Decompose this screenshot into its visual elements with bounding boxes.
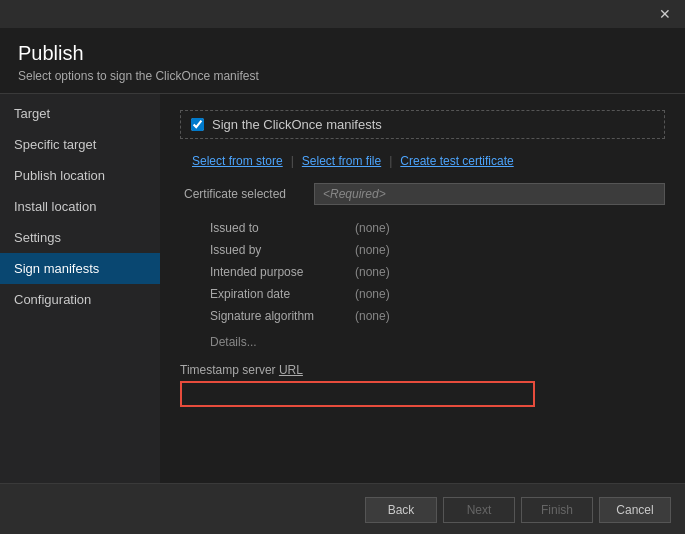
sidebar-item-install-location[interactable]: Install location — [0, 191, 160, 222]
dialog-footer: Back Next Finish Cancel — [0, 483, 685, 534]
sign-manifests-checkbox[interactable] — [191, 118, 204, 131]
back-button[interactable]: Back — [365, 497, 437, 523]
cert-selected-label: Certificate selected — [184, 187, 314, 201]
dialog-body: Target Specific target Publish location … — [0, 94, 685, 483]
select-from-store-button[interactable]: Select from store — [184, 151, 291, 171]
sidebar-item-target[interactable]: Target — [0, 98, 160, 129]
intended-purpose-row: Intended purpose (none) — [210, 265, 665, 279]
create-test-cert-button[interactable]: Create test certificate — [392, 151, 521, 171]
sidebar-item-settings[interactable]: Settings — [0, 222, 160, 253]
issued-to-label: Issued to — [210, 221, 355, 235]
next-button[interactable]: Next — [443, 497, 515, 523]
sidebar: Target Specific target Publish location … — [0, 94, 160, 483]
select-from-file-button[interactable]: Select from file — [294, 151, 389, 171]
url-underline: URL — [279, 363, 303, 377]
sidebar-item-configuration[interactable]: Configuration — [0, 284, 160, 315]
details-link[interactable]: Details... — [180, 335, 665, 349]
issued-by-label: Issued by — [210, 243, 355, 257]
sidebar-item-specific-target[interactable]: Specific target — [0, 129, 160, 160]
issued-by-row: Issued by (none) — [210, 243, 665, 257]
cert-selected-value: <Required> — [314, 183, 665, 205]
cert-buttons: Select from store | Select from file | C… — [180, 151, 665, 171]
main-content: Sign the ClickOnce manifests Select from… — [160, 94, 685, 483]
issued-to-value: (none) — [355, 221, 390, 235]
dialog-header: Publish Select options to sign the Click… — [0, 28, 685, 94]
cert-selected-row: Certificate selected <Required> — [180, 183, 665, 205]
signature-algorithm-value: (none) — [355, 309, 390, 323]
timestamp-server-label: Timestamp server URL — [180, 363, 665, 377]
issued-by-value: (none) — [355, 243, 390, 257]
cancel-button[interactable]: Cancel — [599, 497, 671, 523]
signature-algorithm-row: Signature algorithm (none) — [210, 309, 665, 323]
finish-button[interactable]: Finish — [521, 497, 593, 523]
sidebar-item-sign-manifests[interactable]: Sign manifests — [0, 253, 160, 284]
intended-purpose-value: (none) — [355, 265, 390, 279]
page-title: Publish — [18, 42, 667, 65]
sign-checkbox-row: Sign the ClickOnce manifests — [180, 110, 665, 139]
timestamp-server-input[interactable] — [180, 381, 535, 407]
intended-purpose-label: Intended purpose — [210, 265, 355, 279]
issued-to-row: Issued to (none) — [210, 221, 665, 235]
sign-manifests-label[interactable]: Sign the ClickOnce manifests — [212, 117, 382, 132]
cert-details: Issued to (none) Issued by (none) Intend… — [180, 221, 665, 323]
close-button[interactable]: ✕ — [653, 4, 677, 24]
title-bar: ✕ — [0, 0, 685, 28]
sidebar-item-publish-location[interactable]: Publish location — [0, 160, 160, 191]
page-subtitle: Select options to sign the ClickOnce man… — [18, 69, 667, 83]
signature-algorithm-label: Signature algorithm — [210, 309, 355, 323]
expiration-date-row: Expiration date (none) — [210, 287, 665, 301]
expiration-date-label: Expiration date — [210, 287, 355, 301]
expiration-date-value: (none) — [355, 287, 390, 301]
